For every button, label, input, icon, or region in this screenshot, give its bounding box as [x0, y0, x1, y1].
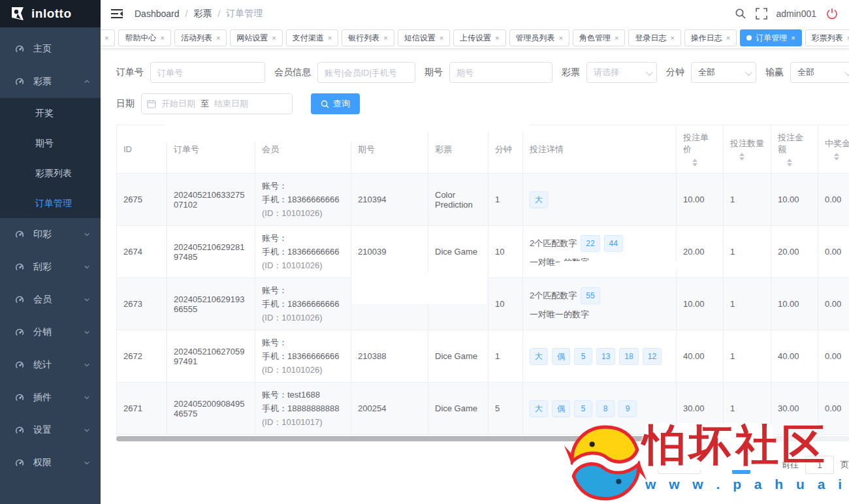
sidebar-item-label: 插件	[33, 392, 52, 403]
sidebar-item-distribution[interactable]: 分销	[0, 316, 101, 349]
tab-role-manage[interactable]: 角色管理×	[573, 29, 625, 46]
sort-ascending-icon[interactable]	[834, 153, 839, 156]
cell-quantity: 1	[724, 330, 771, 383]
tab-bank-list[interactable]: 银行列表×	[342, 29, 394, 46]
column-header-unit_price: 投注单价	[677, 125, 724, 174]
sort-descending-icon[interactable]	[834, 157, 839, 161]
sidebar-item-permissions[interactable]: 权限	[0, 447, 101, 479]
tab-admin-list[interactable]: 管理员列表×	[509, 29, 569, 46]
tab-activity-list[interactable]: 活动列表×	[174, 29, 227, 46]
bet-tag[interactable]: 偶	[552, 400, 570, 417]
tab-help-center[interactable]: 帮助中心×	[118, 29, 170, 46]
sidebar-item-issue[interactable]: 期号	[0, 128, 101, 158]
winloss-select[interactable]: 全部	[790, 62, 849, 83]
sidebar-item-order-manage[interactable]: 订单管理	[0, 188, 101, 218]
close-tab-icon[interactable]: ×	[104, 34, 108, 42]
filter-label-member-info: 会员信息	[274, 67, 311, 78]
bet-tag[interactable]: 12	[643, 348, 662, 365]
bet-tag[interactable]: 13	[596, 348, 615, 365]
bet-tag[interactable]: 44	[604, 235, 623, 252]
current-user[interactable]: admin001	[777, 8, 817, 19]
search-button[interactable]: 查询	[311, 93, 360, 114]
bet-tag[interactable]: 5	[574, 348, 592, 365]
active-tab-dot	[746, 35, 752, 40]
close-tab-icon[interactable]: ×	[791, 34, 795, 42]
cell-bet-detail: 大偶5131812	[523, 330, 677, 383]
fullscreen-icon[interactable]	[756, 8, 767, 20]
breadcrumb-separator: /	[217, 8, 220, 19]
close-tab-icon[interactable]: ×	[559, 34, 563, 42]
close-tab-icon[interactable]: ×	[440, 34, 443, 42]
minute-select[interactable]: 全部	[691, 62, 756, 83]
sort-ascending-icon[interactable]	[739, 153, 745, 156]
tab-sms-settings[interactable]: 短信设置×	[398, 29, 450, 46]
sort-ascending-icon[interactable]	[692, 159, 697, 162]
table-row: 267420240521062928197485账号：手机：1836666666…	[117, 226, 849, 278]
filter-group-lottery: 彩票请选择	[562, 62, 657, 83]
bet-tag[interactable]: 偶	[552, 348, 570, 365]
close-tab-icon[interactable]: ×	[726, 34, 730, 42]
bet-tag[interactable]: 55	[581, 287, 600, 304]
close-tab-icon[interactable]: ×	[495, 34, 499, 42]
bet-tag[interactable]: 5	[574, 400, 592, 417]
member-phone: 手机：18366666666	[262, 349, 344, 363]
column-label: 订单号	[174, 144, 199, 154]
bet-tag[interactable]: 18	[619, 348, 638, 365]
breadcrumb-item-lottery[interactable]: 彩票	[193, 8, 212, 20]
sidebar-item-lottery-list[interactable]: 彩票列表	[0, 158, 101, 188]
chevron-down-icon	[84, 394, 90, 401]
tab-order-manage[interactable]: 订单管理×	[740, 29, 801, 46]
sidebar-item-draw[interactable]: 开奖	[0, 98, 101, 128]
sidebar-item-plugins[interactable]: 插件	[0, 381, 101, 414]
sidebar-item-settings[interactable]: 设置	[0, 414, 101, 447]
date-start-placeholder[interactable]: 开始日期	[161, 98, 195, 110]
goto-page-input[interactable]	[805, 456, 834, 474]
breadcrumb-item-dashboard[interactable]: Dashboard	[135, 8, 180, 19]
tab-upload-settings[interactable]: 上传设置×	[453, 29, 505, 46]
bet-tag[interactable]: 22	[581, 235, 600, 252]
tab-payment-channel[interactable]: 支付渠道×	[286, 29, 338, 46]
order-no-input[interactable]	[150, 62, 265, 83]
date-end-placeholder[interactable]: 结束日期	[214, 98, 248, 110]
close-tab-icon[interactable]: ×	[216, 34, 220, 42]
cell-id: 2674	[117, 226, 167, 278]
sidebar-item-lottery[interactable]: 彩票	[0, 65, 101, 98]
sidebar-item-member[interactable]: 会员	[0, 283, 101, 316]
sidebar-item-print-lottery[interactable]: 印彩	[0, 218, 101, 251]
sidebar-item-home[interactable]: 主页	[0, 33, 101, 65]
close-tab-icon[interactable]: ×	[383, 34, 387, 42]
close-tab-icon[interactable]: ×	[615, 34, 618, 42]
close-tab-icon[interactable]: ×	[328, 34, 332, 42]
tab-login-log[interactable]: 登录日志×	[628, 29, 681, 46]
close-tab-icon[interactable]: ×	[272, 34, 276, 42]
tab-clipped-manage[interactable]: 管理×	[101, 29, 115, 46]
filter-row-2: 日期 开始日期 至 结束日期 查询	[116, 93, 849, 114]
bet-tag[interactable]: 8	[596, 400, 615, 417]
close-tab-icon[interactable]: ×	[670, 34, 674, 42]
cell-minute: 1	[489, 330, 523, 383]
lottery-select[interactable]: 请选择	[586, 62, 657, 83]
tab-lottery-list[interactable]: 彩票列表×	[805, 29, 849, 46]
collapse-sidebar-icon[interactable]	[111, 8, 124, 19]
bet-tag[interactable]: 9	[618, 400, 637, 417]
bet-tag[interactable]: 大	[530, 348, 548, 365]
close-tab-icon[interactable]: ×	[160, 34, 164, 42]
tab-site-settings[interactable]: 网站设置×	[230, 29, 282, 46]
cell-minute: 5	[489, 383, 523, 435]
cell-member: 账号：手机：18366666666(ID：10101026)	[255, 174, 351, 226]
bet-tag[interactable]: 大	[530, 191, 548, 208]
sort-descending-icon[interactable]	[787, 163, 792, 166]
bet-tag[interactable]: 大	[530, 400, 548, 417]
sort-descending-icon[interactable]	[739, 157, 745, 161]
member-info-input[interactable]	[317, 62, 415, 83]
search-icon[interactable]	[735, 8, 746, 20]
cell-issue: 210388	[351, 330, 428, 383]
date-range-picker[interactable]: 开始日期 至 结束日期	[141, 93, 293, 114]
sort-descending-icon[interactable]	[692, 163, 697, 166]
logout-power-icon[interactable]	[825, 7, 839, 20]
sort-ascending-icon[interactable]	[787, 159, 792, 162]
issue-no-input[interactable]	[449, 62, 553, 83]
sidebar-item-statistics[interactable]: 统计	[0, 349, 101, 381]
sidebar-item-scratch-lottery[interactable]: 刮彩	[0, 251, 101, 283]
tab-operation-log[interactable]: 操作日志×	[684, 29, 737, 46]
